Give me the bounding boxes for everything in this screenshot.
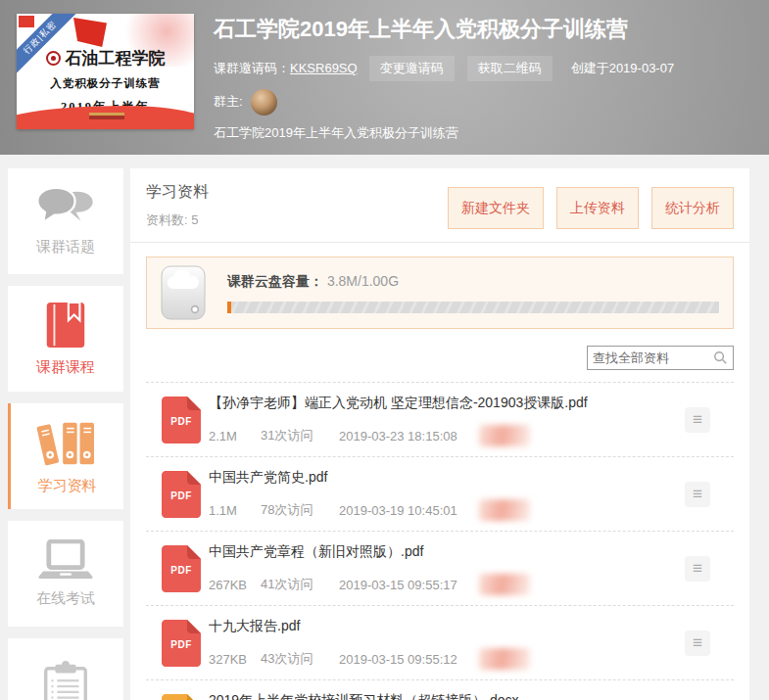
file-name-link[interactable]: 【孙净宇老师】端正入党动机 坚定理想信念-201903授课版.pdf xyxy=(209,395,685,412)
course-description: 石工学院2019年上半年入党积极分子训练营 xyxy=(214,124,757,142)
course-banner-image: 行政|私密 石油工程学院 入党积极分子训练营 2019年上半年 xyxy=(17,14,194,129)
file-upload-date: 2019-03-19 10:45:01 xyxy=(339,503,479,518)
sidebar-item-label: 课群话题 xyxy=(36,238,95,257)
file-list: PDF 【孙净宇老师】端正入党动机 坚定理想信念-201903授课版.pdf 2… xyxy=(146,382,734,700)
file-actions-menu-button[interactable]: ≡ xyxy=(685,407,710,433)
hamburger-menu-icon: ≡ xyxy=(693,560,702,577)
uploader-name-redacted xyxy=(479,425,530,446)
sidebar-item-label: 在线考试 xyxy=(36,589,95,608)
file-size: 267KB xyxy=(209,578,261,592)
file-row: PDF 中国共产党简史.pdf 1.1M 78次访问 2019-03-19 10… xyxy=(146,456,734,531)
file-name-link[interactable]: 中国共产党章程（新旧对照版）.pdf xyxy=(209,543,685,561)
sidebar-item-topics[interactable]: 课群话题 xyxy=(8,168,123,274)
search-icon[interactable] xyxy=(713,350,728,365)
file-row: PDF 十九大报告.pdf 327KB 43次访问 2019-03-15 09:… xyxy=(146,605,734,679)
upload-material-button[interactable]: 上传资料 xyxy=(556,187,639,229)
search-input[interactable] xyxy=(593,350,713,365)
file-upload-date: 2019-03-15 09:55:12 xyxy=(339,652,479,667)
banner-school-name: 石油工程学院 xyxy=(17,47,194,70)
book-icon xyxy=(43,301,88,350)
file-type-label: PDF xyxy=(162,639,201,650)
uploader-name-redacted xyxy=(479,499,530,521)
red-flag-graphic xyxy=(73,18,107,47)
invite-code-link[interactable]: KKSR69SQ xyxy=(290,61,358,75)
file-size: 327KB xyxy=(209,652,261,667)
file-actions-menu-button[interactable]: ≡ xyxy=(685,482,710,507)
section-divider xyxy=(130,242,749,243)
file-type-icon: PDF xyxy=(162,545,201,592)
binders-icon xyxy=(36,417,99,468)
file-size: 2.1M xyxy=(209,429,261,443)
file-actions-menu-button[interactable]: ≡ xyxy=(685,630,710,656)
sidebar-item-materials[interactable]: 学习资料 xyxy=(8,403,123,509)
china-flag-icon xyxy=(19,16,34,27)
invite-code-label: 课群邀请码： xyxy=(214,60,290,77)
sidebar-item-label: 学习资料 xyxy=(38,477,97,495)
hamburger-menu-icon: ≡ xyxy=(693,634,702,651)
storage-progress-bar xyxy=(227,302,719,313)
course-header: 行政|私密 石油工程学院 入党积极分子训练营 2019年上半年 石工学院2019… xyxy=(0,0,769,155)
statistics-button[interactable]: 统计分析 xyxy=(651,187,734,229)
clipboard-icon xyxy=(40,660,91,700)
file-size: 1.1M xyxy=(209,503,261,518)
cloud-storage-box: 课群云盘容量： 3.8M/1.00G xyxy=(146,257,734,329)
materials-panel: 学习资料 资料数: 5 新建文件夹 上传资料 统计分析 xyxy=(130,168,749,700)
created-date: 创建于2019-03-07 xyxy=(571,60,675,77)
file-actions-menu-button[interactable]: ≡ xyxy=(685,556,710,582)
file-type-icon: DOC xyxy=(162,694,201,700)
storage-used-fill xyxy=(227,302,231,313)
banner-subtitle: 入党积极分子训练营 xyxy=(17,76,194,91)
owner-label: 群主: xyxy=(214,93,243,111)
search-box xyxy=(587,346,734,370)
file-type-icon: PDF xyxy=(162,620,201,667)
cloud-drive-icon xyxy=(161,265,206,320)
chat-bubbles-icon xyxy=(35,186,96,229)
hamburger-menu-icon: ≡ xyxy=(693,486,702,502)
file-name-link[interactable]: 2019年上半年党校培训预习材料（超链接版）.docx xyxy=(209,692,685,700)
file-name-link[interactable]: 十九大报告.pdf xyxy=(209,618,685,635)
tiananmen-silhouette xyxy=(89,113,124,119)
file-visit-count: 43次访问 xyxy=(261,650,339,668)
new-folder-button[interactable]: 新建文件夹 xyxy=(448,187,544,229)
school-seal-icon xyxy=(46,51,61,66)
storage-label: 课群云盘容量： xyxy=(227,273,323,289)
section-title: 学习资料 xyxy=(146,182,209,203)
file-type-label: PDF xyxy=(162,490,201,501)
sidebar-item-assignments[interactable] xyxy=(8,638,123,700)
file-visit-count: 31次访问 xyxy=(261,427,339,444)
sidebar-item-label: 课群课程 xyxy=(36,358,95,377)
invite-code-row: 课群邀请码： KKSR69SQ 变更邀请码 获取二维码 创建于2019-03-0… xyxy=(214,56,757,81)
uploader-name-redacted xyxy=(479,574,530,595)
file-type-icon: PDF xyxy=(162,471,201,518)
file-visit-count: 41次访问 xyxy=(261,576,339,593)
file-upload-date: 2019-03-23 18:15:08 xyxy=(339,429,479,443)
sidebar-item-exams[interactable]: 在线考试 xyxy=(8,521,123,627)
get-qr-code-button[interactable]: 获取二维码 xyxy=(467,56,553,81)
owner-avatar[interactable] xyxy=(251,89,277,116)
change-invite-code-button[interactable]: 变更邀请码 xyxy=(369,56,455,81)
storage-value: 3.8M/1.00G xyxy=(327,273,399,289)
file-upload-date: 2019-03-15 09:55:17 xyxy=(339,578,479,592)
sidebar: 课群话题 课群课程 xyxy=(8,168,123,700)
uploader-name-redacted xyxy=(479,648,530,670)
page-title: 石工学院2019年上半年入党积极分子训练营 xyxy=(214,16,757,43)
file-type-icon: PDF xyxy=(162,397,201,443)
file-row: DOC 2019年上半年党校培训预习材料（超链接版）.docx 18KB 184… xyxy=(146,679,734,700)
file-type-label: PDF xyxy=(162,565,201,576)
hamburger-menu-icon: ≡ xyxy=(693,411,702,428)
sidebar-item-courses[interactable]: 课群课程 xyxy=(8,286,123,392)
file-row: PDF 中国共产党章程（新旧对照版）.pdf 267KB 41次访问 2019-… xyxy=(146,531,734,605)
laptop-icon xyxy=(34,539,97,581)
group-owner-row: 群主: xyxy=(214,89,757,116)
file-row: PDF 【孙净宇老师】端正入党动机 坚定理想信念-201903授课版.pdf 2… xyxy=(146,382,734,456)
materials-count: 资料数: 5 xyxy=(146,211,209,229)
file-name-link[interactable]: 中国共产党简史.pdf xyxy=(209,469,685,487)
file-type-label: PDF xyxy=(162,416,201,427)
file-visit-count: 78次访问 xyxy=(261,501,339,519)
